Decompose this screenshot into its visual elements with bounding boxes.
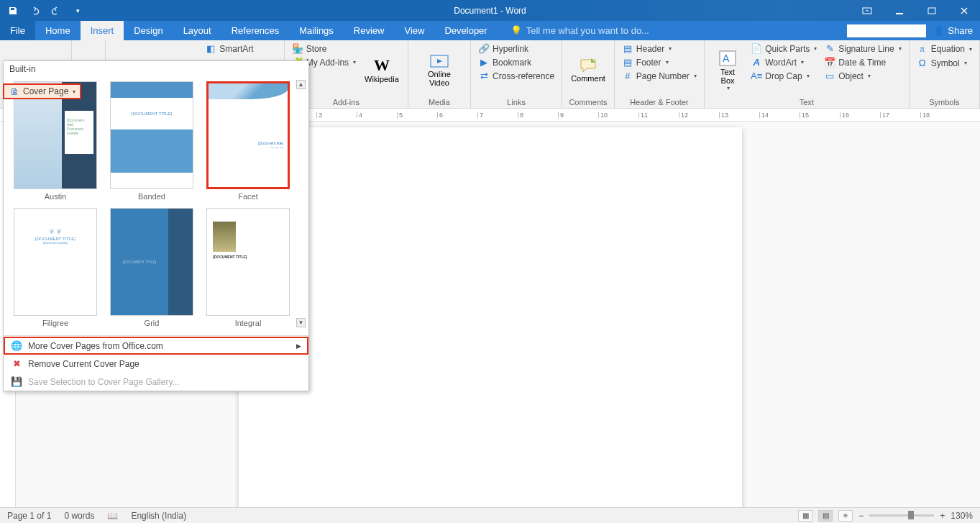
comment-icon bbox=[578, 57, 598, 74]
zoom-level[interactable]: 130% bbox=[951, 511, 973, 521]
save-gallery-icon: 💾 bbox=[11, 376, 22, 387]
print-layout-icon[interactable]: ▤ bbox=[818, 510, 833, 522]
search-box[interactable] bbox=[847, 24, 926, 37]
office-icon: 🌐 bbox=[11, 340, 22, 351]
group-header-footer: Header & Footer bbox=[619, 98, 700, 108]
page-number-button[interactable]: #Page Number▾ bbox=[619, 69, 700, 83]
document-title: Document1 - Word bbox=[454, 6, 526, 16]
remove-cover-page[interactable]: ✖ Remove Current Cover Page bbox=[4, 355, 308, 373]
cover-page-gallery: Built-in [Document title]Document subtit… bbox=[3, 60, 309, 391]
wordart-button[interactable]: AWordArt▾ bbox=[748, 55, 820, 69]
hyperlink-button[interactable]: 🔗Hyperlink bbox=[475, 42, 557, 55]
object-icon: ▭ bbox=[824, 71, 835, 81]
quickparts-icon: 📄 bbox=[751, 43, 762, 54]
gallery-item-banded[interactable]: [DOCUMENT TITLE] Banded bbox=[106, 80, 198, 202]
dropcap-button[interactable]: A≡Drop Cap▾ bbox=[748, 69, 820, 83]
status-language[interactable]: English (India) bbox=[131, 511, 186, 521]
gallery-scroll-down[interactable]: ▼ bbox=[296, 318, 306, 327]
tab-home[interactable]: Home bbox=[35, 21, 81, 40]
status-words[interactable]: 0 words bbox=[64, 511, 94, 521]
tab-references[interactable]: References bbox=[221, 21, 289, 40]
tab-view[interactable]: View bbox=[394, 21, 434, 40]
tab-design[interactable]: Design bbox=[124, 21, 173, 40]
gallery-scroll-up[interactable]: ▲ bbox=[296, 80, 306, 89]
tab-review[interactable]: Review bbox=[344, 21, 395, 40]
read-mode-icon[interactable]: ▦ bbox=[798, 510, 812, 522]
store-icon: 🏪 bbox=[292, 43, 303, 54]
smartart-button[interactable]: ◧SmartArt bbox=[202, 42, 256, 55]
zoom-out-button[interactable]: − bbox=[858, 511, 864, 521]
wikipedia-icon: W bbox=[374, 56, 390, 75]
gallery-section-header: Built-in bbox=[4, 61, 308, 77]
video-icon bbox=[429, 53, 449, 70]
equation-icon: π bbox=[917, 43, 928, 55]
undo-icon[interactable] bbox=[24, 2, 45, 19]
object-button[interactable]: ▭Object▾ bbox=[821, 69, 904, 83]
symbol-icon: Ω bbox=[917, 58, 928, 68]
footer-button[interactable]: ▤Footer▾ bbox=[619, 55, 700, 69]
title-bar: ▾ Document1 - Word bbox=[0, 0, 980, 21]
svg-rect-0 bbox=[863, 8, 871, 14]
dropcap-icon: A≡ bbox=[751, 71, 762, 81]
signature-button[interactable]: ✎Signature Line▾ bbox=[821, 42, 904, 55]
svg-rect-1 bbox=[896, 13, 903, 14]
gallery-item-filigree[interactable]: ❦ ❦[DOCUMENT TITLE][Document subtitle] F… bbox=[9, 206, 101, 329]
cover-page-button[interactable]: 🗎 Cover Page ▾ bbox=[3, 83, 81, 99]
qat-customize-icon[interactable]: ▾ bbox=[68, 2, 88, 19]
minimize-icon[interactable] bbox=[883, 0, 915, 21]
tab-insert[interactable]: Insert bbox=[81, 21, 124, 40]
web-layout-icon[interactable]: ≡ bbox=[838, 510, 853, 522]
save-to-gallery: 💾 Save Selection to Cover Page Gallery..… bbox=[4, 373, 308, 391]
tab-layout[interactable]: Layout bbox=[173, 21, 221, 40]
close-icon[interactable] bbox=[948, 0, 980, 21]
ribbon-display-options-icon[interactable] bbox=[851, 0, 883, 21]
status-bar: Page 1 of 1 0 words 📖 English (India) ▦ … bbox=[0, 507, 980, 523]
online-video-button[interactable]: Online Video bbox=[413, 42, 466, 98]
more-cover-pages[interactable]: 🌐More Cover Pages from Office.com ▶ bbox=[4, 337, 308, 355]
textbox-button[interactable]: A Text Box▾ bbox=[709, 42, 746, 98]
gallery-item-integral[interactable]: [DOCUMENT TITLE] Integral bbox=[202, 206, 294, 329]
header-icon: ▤ bbox=[622, 43, 633, 54]
save-icon[interactable] bbox=[3, 2, 23, 19]
store-button[interactable]: 🏪Store bbox=[289, 42, 359, 55]
lightbulb-icon: 💡 bbox=[510, 25, 522, 36]
status-page[interactable]: Page 1 of 1 bbox=[7, 511, 51, 521]
svg-rect-2 bbox=[928, 8, 935, 14]
wikipedia-button[interactable]: W Wikipedia bbox=[360, 42, 403, 98]
quickparts-button[interactable]: 📄Quick Parts▾ bbox=[748, 42, 820, 55]
tab-file[interactable]: File bbox=[0, 21, 35, 40]
signature-icon: ✎ bbox=[824, 43, 835, 54]
textbox-icon: A bbox=[718, 49, 738, 68]
symbol-button[interactable]: ΩSymbol▾ bbox=[914, 56, 975, 70]
datetime-button[interactable]: 📅Date & Time bbox=[821, 55, 904, 69]
gallery-item-grid[interactable]: [DOCUMENT TITLE] Grid bbox=[106, 206, 198, 329]
comment-button[interactable]: Comment bbox=[567, 42, 610, 98]
spellcheck-icon[interactable]: 📖 bbox=[107, 511, 118, 521]
group-media: Media bbox=[413, 98, 466, 108]
zoom-in-button[interactable]: + bbox=[940, 511, 945, 521]
tab-mailings[interactable]: Mailings bbox=[289, 21, 344, 40]
remove-icon: ✖ bbox=[11, 358, 22, 369]
crossref-button[interactable]: ⇄Cross-reference bbox=[475, 69, 557, 83]
maximize-icon[interactable] bbox=[915, 0, 948, 21]
bookmark-button[interactable]: ▶Bookmark bbox=[475, 55, 557, 69]
footer-icon: ▤ bbox=[622, 57, 633, 68]
group-links: Links bbox=[475, 98, 557, 108]
header-button[interactable]: ▤Header▾ bbox=[619, 42, 700, 55]
tell-me-placeholder: Tell me what you want to do... bbox=[526, 25, 649, 36]
wordart-icon: A bbox=[751, 57, 762, 68]
share-button[interactable]: 👤 Share bbox=[933, 25, 973, 36]
gallery-item-facet[interactable]: [Document title]— — — Facet bbox=[202, 80, 294, 202]
tell-me-search[interactable]: 💡 Tell me what you want to do... bbox=[498, 21, 649, 40]
share-icon: 👤 bbox=[933, 25, 945, 36]
redo-icon[interactable] bbox=[46, 2, 66, 19]
tab-developer[interactable]: Developer bbox=[434, 21, 497, 40]
equation-button[interactable]: πEquation▾ bbox=[914, 42, 975, 56]
hyperlink-icon: 🔗 bbox=[478, 43, 490, 54]
group-symbols: Symbols bbox=[914, 98, 975, 108]
datetime-icon: 📅 bbox=[824, 57, 835, 68]
document-page[interactable] bbox=[239, 127, 742, 507]
bookmark-icon: ▶ bbox=[478, 57, 490, 68]
zoom-slider[interactable] bbox=[869, 514, 934, 517]
chevron-right-icon: ▶ bbox=[296, 342, 301, 350]
